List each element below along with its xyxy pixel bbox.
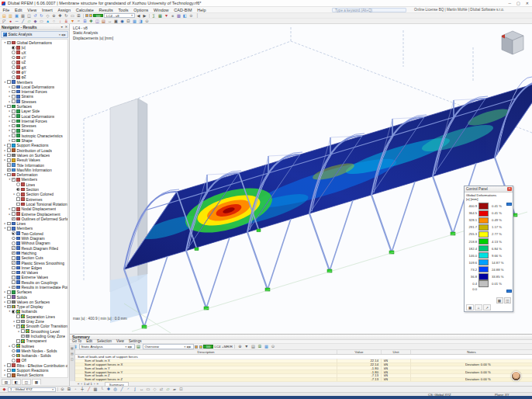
tree-checkbox[interactable] [16, 339, 20, 343]
combination-icon[interactable]: ⊞ [82, 19, 88, 24]
tree-radio[interactable] [12, 231, 16, 235]
menu-help[interactable]: Help [195, 8, 209, 12]
tree-checkbox[interactable] [7, 300, 11, 304]
guideline-icon[interactable]: ╱ [86, 387, 92, 392]
snap-icon[interactable]: ⊗ [188, 13, 194, 19]
navigator-close-icon[interactable]: ✕ [65, 25, 67, 29]
view-3d-icon[interactable]: ◇ [45, 13, 50, 19]
polar-icon[interactable]: ◎ [112, 387, 118, 392]
cp-colors-button[interactable]: ◫ [504, 297, 511, 304]
menu-cad-bim[interactable]: CAD-BIM [171, 8, 195, 12]
tree-checkbox[interactable] [16, 203, 20, 206]
menu-options[interactable]: Options [131, 8, 151, 12]
summary-partial-icon[interactable] [195, 345, 198, 349]
tree-checkbox[interactable] [12, 261, 16, 265]
workplane-combo[interactable]: 1 - Global XYZ▾ [8, 387, 56, 392]
tree-checkbox[interactable] [12, 217, 16, 221]
menu-calculate[interactable]: Calculate [73, 8, 96, 12]
tab-views[interactable]: ◫ [22, 379, 31, 385]
pager-prev-button[interactable]: ‹ [81, 382, 81, 386]
tree-checkbox[interactable] [7, 363, 11, 367]
summary-menu-selection[interactable]: Selection [95, 339, 114, 343]
tree-checkbox[interactable] [16, 324, 20, 328]
plane-xy-icon[interactable]: ▱ [165, 387, 171, 392]
tree-checkbox[interactable] [7, 222, 11, 226]
window-zoom-icon[interactable]: ▭ [70, 13, 75, 19]
tree-checkbox[interactable] [12, 178, 16, 182]
imperfection-icon[interactable]: ≈ [76, 19, 81, 24]
tree-checkbox[interactable] [12, 114, 16, 118]
tree-item-result-sections[interactable]: ▸Result Sections [2, 373, 67, 377]
tree-radio[interactable] [12, 56, 16, 60]
tree-checkbox[interactable] [16, 314, 20, 318]
load-surface-icon[interactable]: ▼ [70, 19, 75, 24]
support-icon[interactable]: ▲ [45, 19, 50, 24]
next-loadcase-button[interactable]: ▶ [142, 13, 147, 19]
line-icon[interactable]: ─ [14, 19, 19, 24]
tree-radio[interactable] [16, 182, 20, 186]
prev-loadcase-button[interactable]: ◀ [136, 13, 141, 19]
redo-icon[interactable]: ↻ [39, 13, 44, 19]
tree-checkbox[interactable] [12, 99, 16, 103]
navigator-pin-icon[interactable]: ▾ [61, 25, 63, 29]
render-icon[interactable]: ◧ [182, 13, 188, 19]
settings-icon[interactable]: ⊙ [144, 19, 150, 24]
tree-radio[interactable] [12, 344, 16, 348]
wizard-icon[interactable]: ✚ [88, 19, 94, 24]
tree-checkbox[interactable] [7, 158, 11, 162]
tree-checkbox[interactable] [7, 168, 11, 172]
tree-checkbox[interactable] [12, 124, 16, 128]
sum-settings-icon[interactable]: ⊙ [270, 344, 275, 349]
sum-chart-icon[interactable]: ▦ [264, 344, 269, 349]
menu-view[interactable]: View [25, 8, 40, 12]
tree-checkbox[interactable] [7, 227, 11, 231]
tree-radio[interactable] [12, 359, 16, 363]
tree-radio[interactable] [12, 310, 16, 314]
section-icon[interactable]: ◫ [95, 19, 100, 24]
cartesian-icon[interactable]: ✚ [106, 387, 112, 392]
summary-menu-edit[interactable]: Edit [84, 339, 95, 343]
tree-checkbox[interactable] [12, 95, 16, 99]
snap-grid-icon[interactable]: ⊞ [67, 387, 72, 392]
loads-icon[interactable]: ▼ [164, 13, 169, 19]
pager-next-button[interactable]: › [94, 382, 95, 386]
tree-checkbox[interactable] [7, 305, 11, 309]
rotate-view-icon[interactable]: ↻ [64, 13, 69, 19]
summary-view-combo[interactable]: Overview▾ ◀ ▶ [143, 344, 194, 349]
dim-icon[interactable]: ↔ [139, 387, 144, 392]
legend-slider-bottom[interactable] [506, 290, 512, 293]
grid-icon[interactable]: ▦ [93, 387, 98, 392]
summary-menu-go-to[interactable]: Go To [70, 339, 84, 343]
menu-insert[interactable]: Insert [40, 8, 56, 12]
load-node-icon[interactable]: ↓ [57, 19, 63, 24]
tree-radio[interactable] [12, 241, 16, 245]
tree-radio[interactable] [12, 354, 16, 358]
navigation-cube[interactable] [498, 29, 527, 58]
member-icon[interactable]: ╱ [20, 19, 26, 24]
search-input[interactable]: Type a keyword (Alt+Q) [332, 8, 406, 12]
measure-icon[interactable]: ▭ [146, 387, 151, 392]
tree-checkbox[interactable] [12, 212, 16, 216]
tree-radio[interactable] [12, 349, 16, 353]
spline-icon[interactable]: ∫ [133, 387, 138, 392]
visibility-icon[interactable]: ◉ [119, 19, 125, 24]
select-icon[interactable]: ◸ [2, 19, 7, 24]
tree-radio[interactable] [12, 237, 16, 241]
tree-item-ribs-effective-contribution-on-surface-mem[interactable]: ▸Ribs - Effective Contribution on Surfac… [2, 363, 67, 368]
calculate-icon[interactable]: ∑ [151, 13, 157, 19]
tree-radio[interactable] [12, 50, 16, 54]
ortho-icon[interactable]: └ [99, 387, 105, 392]
tree-radio[interactable] [16, 193, 20, 196]
menu-file[interactable]: File [0, 8, 12, 12]
sum-filter-icon[interactable]: ▼ [244, 344, 249, 349]
line-tool-icon[interactable]: ╱ [119, 387, 125, 392]
load-member-icon[interactable]: ⇊ [64, 19, 69, 24]
tree-checkbox[interactable] [16, 197, 20, 201]
cp-tab-home[interactable]: ⌂ [475, 304, 482, 311]
guide-icon[interactable]: │ [195, 13, 200, 19]
menu-assign[interactable]: Assign [55, 8, 73, 12]
tree-checkbox[interactable] [12, 252, 16, 255]
cp-settings-button[interactable]: ▦ [496, 297, 503, 304]
solid-icon[interactable]: ◆ [33, 19, 38, 24]
tree-checkbox[interactable] [21, 329, 25, 333]
